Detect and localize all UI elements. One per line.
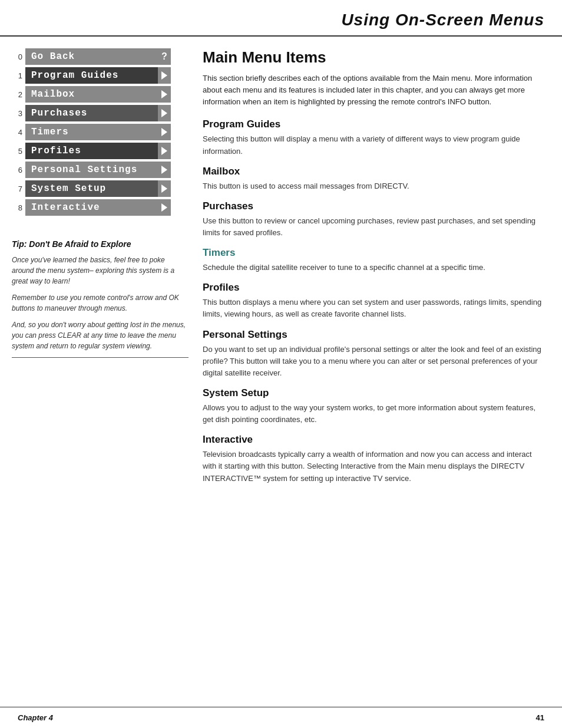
main-intro: This section briefly describes each of t… [203,73,544,108]
footer-page: 41 [536,713,544,722]
page-header: Using On-Screen Menus [0,0,562,37]
header-title: Using On-Screen Menus [341,11,544,29]
menu-item-number: 1 [12,71,22,80]
menu-item-arrow [158,162,171,178]
footer-chapter: Chapter 4 [18,713,53,722]
section-body-profiles: This button displays a menu where you ca… [203,297,544,320]
page-footer: Chapter 4 41 [0,707,562,728]
menu-item-arrow: ? [158,48,171,65]
right-column: Main Menu Items This section briefly des… [203,48,544,488]
tip-paragraph-2: Remember to use you remote control's arr… [12,292,189,314]
menu-item-go-back[interactable]: 0Go Back? [12,48,171,65]
tip-paragraph-1: Once you've learned the basics, feel fre… [12,255,189,286]
menu-item-arrow [158,67,171,84]
menu-item-number: 5 [12,147,22,156]
menu-item-label: Personal Settings [25,162,158,178]
section-heading-system-setup: System Setup [203,387,544,399]
menu-item-personal-settings[interactable]: 6Personal Settings [12,162,171,178]
section-heading-interactive: Interactive [203,434,544,446]
menu-item-number: 3 [12,109,22,118]
menu-item-number: 7 [12,185,22,193]
menu-item-label: Purchases [25,105,158,121]
page-body: 0Go Back?1Program Guides2Mailbox3Purchas… [0,37,562,500]
section-body-system-setup: Allows you to adjust to the way your sys… [203,402,544,426]
menu-item-system-setup[interactable]: 7System Setup [12,180,171,197]
menu-item-program-guides[interactable]: 1Program Guides [12,67,171,84]
menu-item-arrow [158,199,171,216]
section-heading-timers: Timers [203,247,544,259]
menu-item-profiles[interactable]: 5Profiles [12,143,171,159]
section-body-personal-settings: Do you want to set up an individual prof… [203,344,544,379]
tip-divider [12,357,189,358]
menu-item-label: Go Back [25,48,158,65]
menu-item-number: 6 [12,166,22,174]
section-heading-purchases: Purchases [203,200,544,212]
menu-item-label: System Setup [25,180,158,197]
section-heading-personal-settings: Personal Settings [203,329,544,341]
menu-item-label: Profiles [25,143,158,159]
tip-title: Tip: Don't Be Afraid to Explore [12,239,189,249]
menu-item-label: Interactive [25,199,158,216]
menu-item-label: Timers [25,124,158,140]
menu-item-arrow [158,124,171,140]
menu-item-label: Program Guides [25,67,158,84]
section-heading-profiles: Profiles [203,282,544,294]
menu-item-arrow [158,143,171,159]
tip-box: Tip: Don't Be Afraid to Explore Once you… [12,233,189,358]
section-heading-mailbox: Mailbox [203,166,544,177]
menu-item-number: 0 [12,52,22,61]
left-column: 0Go Back?1Program Guides2Mailbox3Purchas… [12,48,189,488]
section-body-interactive: Television broadcasts typically carry a … [203,449,544,484]
menu-item-number: 4 [12,128,22,137]
tip-paragraph-3: And, so you don't worry about getting lo… [12,319,189,351]
menu-item-interactive[interactable]: 8Interactive [12,199,171,216]
menu-item-timers[interactable]: 4Timers [12,124,171,140]
menu-item-mailbox[interactable]: 2Mailbox [12,86,171,103]
section-body-mailbox: This button is used to access mail messa… [203,180,544,192]
menu-item-label: Mailbox [25,86,158,103]
section-body-timers: Schedule the digital satellite receiver … [203,262,544,274]
menu-item-purchases[interactable]: 3Purchases [12,105,171,121]
menu-item-number: 8 [12,203,22,212]
menu-item-arrow [158,105,171,121]
menu-item-number: 2 [12,90,22,99]
section-body-program-guides: Selecting this button will display a men… [203,133,544,157]
section-body-purchases: Use this button to review or cancel upco… [203,215,544,239]
main-title: Main Menu Items [203,48,544,67]
sections-container: Program GuidesSelecting this button will… [203,118,544,484]
section-heading-program-guides: Program Guides [203,118,544,130]
menu-list: 0Go Back?1Program Guides2Mailbox3Purchas… [12,48,171,216]
menu-item-arrow [158,86,171,103]
menu-item-arrow [158,180,171,197]
